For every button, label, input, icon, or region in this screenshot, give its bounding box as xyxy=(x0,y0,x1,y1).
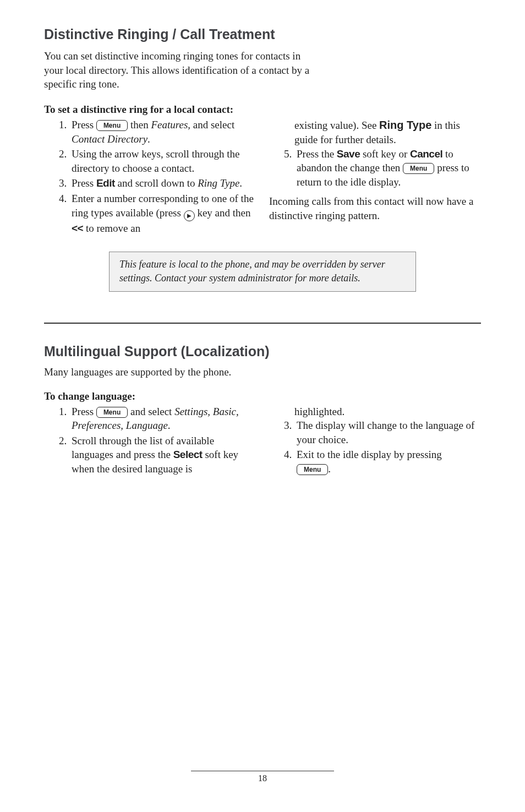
page-footer: 18 xyxy=(0,771,525,783)
intro-multilingual: Many languages are supported by the phon… xyxy=(44,366,481,378)
section-divider xyxy=(44,323,481,324)
backspace-key: << xyxy=(72,222,83,234)
save-softkey: Save xyxy=(337,148,360,160)
menu-button-icon: Menu xyxy=(96,407,128,418)
menu-button-icon: Menu xyxy=(297,464,328,475)
menu-button-icon: Menu xyxy=(403,163,434,174)
intro-distinctive: You can set distinctive incoming ringing… xyxy=(44,49,319,91)
subhead-distinctive: To set a distinctive ring for a local co… xyxy=(44,103,481,116)
steps-right-multi: The display will change to the language … xyxy=(269,418,481,476)
ring-type-xref: Ring Type xyxy=(379,119,431,131)
step-1: Press Menu then Features, and select Con… xyxy=(69,118,256,146)
multi-step-4: Exit to the idle display by pressing Men… xyxy=(294,448,481,476)
right-col-multilingual: highlighted. The display will change to … xyxy=(269,405,481,477)
steps-left: Press Menu then Features, and select Con… xyxy=(44,118,256,235)
multi-step-1: Press Menu and select Settings, Basic, P… xyxy=(69,405,256,433)
left-col-multilingual: Press Menu and select Settings, Basic, P… xyxy=(44,405,256,477)
menu-button-icon: Menu xyxy=(96,120,128,131)
multi-step-2-continuation: highlighted. xyxy=(269,405,481,419)
left-col-distinctive: Press Menu then Features, and select Con… xyxy=(44,118,256,236)
multi-step-3: The display will change to the language … xyxy=(294,418,481,446)
select-softkey: Select xyxy=(173,449,203,460)
section-heading-multilingual: Multilingual Support (Localization) xyxy=(44,344,481,359)
step-4-continuation: existing value). See Ring Type in this g… xyxy=(269,118,481,147)
footer-rule xyxy=(191,771,334,771)
note-box: This feature is local to the phone, and … xyxy=(109,252,416,291)
result-text: Incoming calls from this contact will no… xyxy=(269,194,481,222)
step-5: Press the Save soft key or Cancel to aba… xyxy=(294,147,481,189)
multi-step-2: Scroll through the list of available lan… xyxy=(69,434,256,476)
step-2: Using the arrow keys, scroll through the… xyxy=(69,147,256,175)
page-number: 18 xyxy=(258,773,267,783)
section-heading-distinctive: Distinctive Ringing / Call Treatment xyxy=(44,26,481,42)
subhead-multilingual: To change language: xyxy=(44,390,481,402)
right-col-distinctive: existing value). See Ring Type in this g… xyxy=(269,118,481,236)
steps-left-multi: Press Menu and select Settings, Basic, P… xyxy=(44,405,256,476)
step-4: Enter a number corresponding to one of t… xyxy=(69,192,256,235)
right-arrow-key-icon: ▶ xyxy=(184,210,195,221)
edit-softkey: Edit xyxy=(96,177,115,189)
cancel-softkey: Cancel xyxy=(410,148,442,160)
step-3: Press Edit and scroll down to Ring Type. xyxy=(69,176,256,190)
steps-right: Press the Save soft key or Cancel to aba… xyxy=(269,147,481,189)
